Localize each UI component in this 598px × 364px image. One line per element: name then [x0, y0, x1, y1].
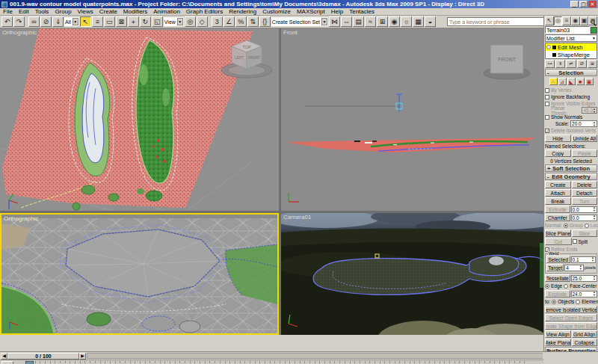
chamfer-button[interactable]: Chamfer — [545, 214, 570, 221]
select-manipulate-icon[interactable]: ◇ — [197, 16, 208, 27]
quick-render-icon[interactable]: ◒ — [425, 16, 436, 27]
tessellate-button[interactable]: Tessellate — [545, 274, 570, 282]
viewport-front[interactable]: Front FRONT — [281, 28, 543, 211]
viewport-label[interactable]: Front — [283, 29, 298, 36]
planar-thresh-spinner[interactable]: 45.0▲▼ — [582, 107, 597, 114]
object-color-swatch[interactable] — [591, 27, 597, 34]
track-bar[interactable]: ≈ 0 5 10 15 20 25 30 35 40 45 50 55 60 6… — [0, 360, 543, 364]
tessellate-spinner[interactable]: 25.0▲▼ — [571, 275, 598, 282]
viewport-camera01[interactable]: Camera01 — [281, 213, 543, 335]
normal-group-radio[interactable] — [564, 223, 568, 228]
viewcube-front[interactable]: FRONT — [484, 45, 530, 79]
show-normals-checkbox[interactable] — [545, 115, 549, 120]
explode-spinner[interactable]: 24.0▲▼ — [571, 291, 598, 297]
region-select-icon[interactable]: ▭ — [104, 16, 115, 27]
lightbulb-icon[interactable] — [546, 45, 551, 49]
object-name-field[interactable]: Terrain03 — [545, 26, 590, 34]
delete-button[interactable]: Delete — [572, 181, 598, 188]
break-button[interactable]: Break — [545, 197, 571, 205]
explode-button[interactable]: Explode — [545, 290, 570, 297]
normal-local-radio[interactable] — [585, 223, 589, 228]
menu-modifiers[interactable]: Modifiers — [120, 8, 150, 15]
select-by-name-icon[interactable]: ≡ — [92, 16, 103, 27]
subobject-polygon-icon[interactable]: ■ — [576, 78, 585, 85]
tab-motion[interactable]: ◉ — [571, 16, 580, 25]
time-slider-prev-icon[interactable]: ◀ — [1, 353, 7, 360]
view-align-button[interactable]: View Align — [545, 330, 571, 338]
named-selection-dropdown[interactable]: Create Selection Set▼ — [271, 17, 328, 26]
time-slider-handle[interactable]: 0 / 100 — [7, 353, 79, 360]
show-end-result-icon[interactable]: Ⅱ — [555, 60, 565, 68]
bind-spacewarp-icon[interactable]: ⇓ — [52, 16, 64, 27]
weld-target-button[interactable]: Target — [546, 264, 564, 271]
explode-objects-radio[interactable] — [552, 300, 556, 304]
layer-manager-icon[interactable]: ▤ — [353, 16, 364, 27]
select-scale-icon[interactable]: ◱ — [152, 16, 163, 27]
slice-button[interactable]: Slice — [572, 229, 598, 237]
weld-threshold-spinner[interactable]: 0.1▲▼ — [571, 256, 597, 263]
subobject-edge-icon[interactable]: ⊿ — [558, 78, 567, 85]
unhide-all-button[interactable]: Unhide All — [572, 135, 598, 142]
viewport-orthographic-bottom-active[interactable]: Orthographic — [0, 213, 279, 335]
viewport-label[interactable]: Orthographic — [4, 215, 38, 222]
reference-coordinate-dropdown[interactable]: View▼ — [164, 17, 184, 26]
select-link-icon[interactable]: ∞ — [28, 16, 40, 27]
mirror-icon[interactable]: ⋈ — [329, 16, 340, 27]
select-open-edges-button[interactable]: Select Open Edges — [545, 314, 597, 321]
paste-button[interactable]: Paste — [572, 149, 598, 157]
by-vertex-checkbox[interactable] — [545, 88, 549, 93]
dropdown-arrow-icon[interactable]: ▼ — [177, 18, 183, 25]
menu-tools[interactable]: Tools — [32, 8, 52, 15]
tab-display[interactable]: ▣ — [580, 16, 589, 25]
minimize-button[interactable]: _ — [570, 1, 579, 7]
menu-views[interactable]: Views — [75, 8, 96, 15]
menu-rendering[interactable]: Rendering — [226, 8, 259, 15]
remove-modifier-icon[interactable]: Ø — [577, 60, 587, 68]
copy-button[interactable]: Copy — [545, 149, 571, 157]
explode-elements-radio[interactable] — [576, 300, 580, 304]
attach-button[interactable]: Attach — [545, 189, 571, 197]
create-button[interactable]: Create — [545, 181, 571, 188]
rollout-soft-selection[interactable]: +Soft Selection — [545, 164, 597, 172]
pin-stack-icon[interactable]: ⊶ — [545, 60, 555, 68]
slice-plane-button[interactable]: Slice Plane — [545, 229, 571, 237]
collapse-button[interactable]: Collapse — [572, 339, 598, 346]
rollout-edit-geometry[interactable]: -Edit Geometry — [545, 173, 597, 180]
menu-create[interactable]: Create — [96, 8, 120, 15]
select-object-button[interactable]: ↖ — [80, 16, 91, 27]
delete-isolated-verts-checkbox[interactable] — [545, 129, 549, 133]
render-setup-icon[interactable]: ☼ — [401, 16, 412, 27]
use-pivot-icon[interactable]: ◎ — [185, 16, 196, 27]
rendered-frame-icon[interactable]: ▦ — [413, 16, 424, 27]
menu-help[interactable]: Help — [328, 8, 346, 15]
ignore-backfacing-checkbox[interactable] — [545, 95, 549, 99]
viewport-orthographic-top[interactable]: Orthographic — [0, 28, 279, 211]
menu-tentacles[interactable]: Tentacles — [346, 8, 377, 15]
turn-button[interactable]: Turn — [572, 197, 598, 205]
tessellate-edge-radio[interactable] — [545, 284, 549, 289]
window-crossing-icon[interactable]: ⊠ — [116, 16, 127, 27]
menu-customize[interactable]: Customize — [259, 8, 294, 15]
detach-button[interactable]: Detach — [572, 189, 598, 197]
tab-hierarchy[interactable]: ≡ — [562, 16, 571, 25]
stack-item-edit-mesh[interactable]: Edit Mesh — [546, 43, 597, 51]
menu-maxscript[interactable]: MAXScript — [294, 8, 328, 15]
viewport-label[interactable]: Camera01 — [283, 214, 311, 220]
menu-graph-editors[interactable]: Graph Editors — [183, 8, 226, 15]
remove-isolated-vertices-button[interactable]: Remove Isolated Vertices — [545, 306, 597, 313]
stack-item-shapemerge[interactable]: ShapeMerge — [546, 51, 597, 58]
named-selection-sets-icon[interactable]: {} — [259, 16, 271, 27]
tessellate-facecenter-radio[interactable] — [564, 284, 568, 289]
menu-group[interactable]: Group — [52, 8, 74, 15]
grid-align-button[interactable]: Grid Align — [572, 330, 598, 338]
create-shape-from-edges-button[interactable]: Create Shape from Edges — [545, 322, 597, 330]
menu-animation[interactable]: Animation — [150, 8, 183, 15]
undo-icon[interactable]: ↶ — [1, 16, 13, 27]
extrude-spinner[interactable]: 0.0▲▼ — [571, 206, 598, 213]
configure-modifier-sets-icon[interactable]: ⊞ — [588, 60, 597, 68]
tab-modify[interactable]: ◎ — [554, 16, 563, 25]
weld-selected-button[interactable]: Selected — [546, 256, 570, 263]
chamfer-spinner[interactable]: 0.0▲▼ — [571, 215, 598, 221]
tab-create[interactable]: ↖ — [545, 16, 554, 25]
menu-file[interactable]: File — [0, 8, 16, 15]
